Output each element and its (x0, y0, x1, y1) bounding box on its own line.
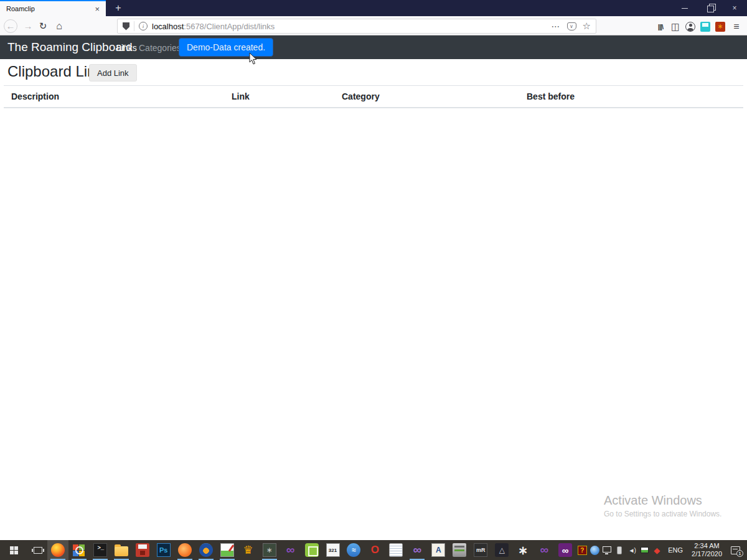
nav-link-categories[interactable]: Categories (139, 43, 181, 53)
taskbar-clock[interactable]: 2:34 AM 2/17/2020 (688, 542, 726, 558)
demo-data-button[interactable]: Demo-Data created. (179, 38, 273, 57)
start-button[interactable] (0, 540, 29, 560)
add-link-button[interactable]: Add Link (89, 64, 137, 82)
taskbar-audio-player[interactable] (195, 540, 217, 560)
usb-device-icon (617, 546, 622, 554)
dictionary-icon: A (431, 543, 445, 557)
taskbar-media-player-classic[interactable]: 321 (322, 540, 344, 560)
mouse-cursor (249, 52, 258, 65)
display-icon (641, 547, 649, 553)
language-indicator[interactable]: ENG (663, 546, 688, 554)
forward-button[interactable]: → (20, 18, 36, 34)
red-diamond-icon: ◆ (654, 546, 660, 555)
col-header-best-before: Best before (519, 86, 743, 108)
tray-diamond-app[interactable]: ◆ (651, 540, 663, 560)
url-bar[interactable]: i localhost:5678/ClientApp/dist/links ⋯ … (117, 19, 596, 34)
tray-volume[interactable]: ◄) (626, 540, 638, 560)
taskbar-mremoteng[interactable]: mR (470, 540, 491, 560)
account-icon[interactable] (682, 19, 698, 34)
taskbar-visual-studio-2[interactable]: ∞ (533, 540, 555, 560)
col-header-link: Link (224, 86, 334, 108)
taskbar-blender[interactable] (174, 540, 195, 560)
taskbar-visual-studio-old[interactable]: ∞ (280, 540, 301, 560)
links-table: Description Link Category Best before (4, 85, 743, 108)
taskbar-visual-studio-solid[interactable]: ∞ (555, 540, 576, 560)
home-button[interactable]: ⌂ (51, 18, 67, 34)
clock-date: 2/17/2020 (692, 550, 722, 558)
taskbar-image-editor[interactable] (217, 540, 238, 560)
tray-network-globe[interactable] (588, 540, 601, 560)
speaker-icon: ◄) (629, 547, 636, 554)
taskbar-firefox[interactable] (47, 540, 68, 560)
bookmark-star-icon[interactable]: ☆ (583, 21, 591, 32)
taskbar-toolbox-app[interactable]: ∗ (259, 540, 280, 560)
action-center-button[interactable]: 1 (726, 540, 745, 560)
taskbar-backup-tool[interactable] (132, 540, 153, 560)
table-header-row: Description Link Category Best before (4, 86, 743, 108)
tray-network-monitor[interactable] (601, 540, 613, 560)
taskbar-green-app[interactable] (301, 540, 322, 560)
firefox-icon (51, 543, 65, 557)
tab-title: Roamclip (6, 5, 95, 12)
url-path: :5678/ClientApp/dist/links (184, 22, 275, 31)
taskbar-photoshop[interactable]: Ps (153, 540, 174, 560)
taskbar-crown-app[interactable]: ♛ (238, 540, 259, 560)
tab-close-icon[interactable]: × (95, 4, 100, 14)
taskbar-blue-bird-app[interactable]: ≈ (344, 540, 365, 560)
tray-usb-device[interactable] (613, 540, 626, 560)
new-tab-button[interactable]: + (111, 1, 126, 15)
window-close-button[interactable]: × (722, 0, 747, 16)
image-editor-icon (220, 543, 234, 557)
back-button[interactable]: ← (2, 18, 19, 34)
taskbar-triad-app[interactable]: △ (491, 540, 512, 560)
watermark-line1: Activate Windows (604, 493, 721, 508)
task-view-button[interactable] (29, 540, 47, 560)
library-icon[interactable]: |||\ (652, 19, 669, 34)
taskbar-command-prompt[interactable]: >_ (90, 540, 111, 560)
extension-gear-icon[interactable]: ∗ (712, 19, 728, 34)
col-header-category: Category (334, 86, 519, 108)
window-restore-button[interactable] (697, 0, 722, 16)
minimize-icon (682, 8, 688, 9)
hamburger-menu-icon[interactable]: ≡ (728, 19, 745, 34)
opera-icon: O (368, 543, 382, 557)
app-brand[interactable]: The Roaming Clipboard (7, 40, 133, 54)
nav-link-links[interactable]: Links (116, 43, 137, 53)
visual-studio-outline-icon: ∞ (537, 543, 551, 557)
app-navbar: The Roaming Clipboard Links Categories (0, 35, 747, 59)
tray-help-app[interactable]: ? (576, 540, 588, 560)
tray-display-settings[interactable] (638, 540, 651, 560)
page-actions-icon[interactable]: ⋯ (552, 21, 561, 31)
taskbar-file-explorer[interactable] (111, 540, 132, 560)
tracking-protection-shield-icon[interactable] (123, 22, 129, 30)
windows-search-icon (73, 544, 85, 556)
taskbar-dictionary-app[interactable]: A (428, 540, 449, 560)
blender-icon (178, 543, 192, 557)
toolbox-icon: ∗ (263, 543, 276, 557)
col-header-description: Description (4, 86, 224, 108)
taskbar-search-tool[interactable] (68, 540, 90, 560)
server-icon (453, 543, 466, 557)
crown-icon: ♛ (242, 543, 255, 557)
site-info-icon[interactable]: i (139, 22, 148, 30)
reload-button[interactable]: ↻ (35, 18, 51, 34)
taskbar-database-server-app[interactable] (449, 540, 470, 560)
browser-tab[interactable]: Roamclip × (0, 0, 106, 16)
window-controls: × (672, 0, 747, 16)
taskbar-notepad[interactable] (385, 540, 406, 560)
taskbar-knot-app[interactable]: ∗ (512, 540, 533, 560)
knot-icon: ∗ (516, 543, 530, 557)
taskbar-visual-studio[interactable]: ∞ (406, 540, 428, 560)
extension-save-icon[interactable] (697, 19, 713, 34)
url-host: localhost (152, 22, 184, 31)
visual-studio-icon: ∞ (410, 543, 424, 557)
pocket-icon[interactable]: ∨ (567, 22, 576, 30)
window-minimize-button[interactable] (672, 0, 697, 16)
notepad-icon (389, 543, 403, 557)
gear-extension-glyph: ∗ (715, 22, 725, 32)
triangle-app-icon: △ (495, 543, 509, 557)
taskbar-opera[interactable]: O (364, 540, 385, 560)
system-tray: ? ◄) ◆ ENG 2:34 AM 2/17/2020 1 (576, 540, 747, 560)
visual-studio-solid-icon: ∞ (558, 543, 572, 557)
sidebar-icon[interactable]: ◫ (667, 19, 684, 34)
